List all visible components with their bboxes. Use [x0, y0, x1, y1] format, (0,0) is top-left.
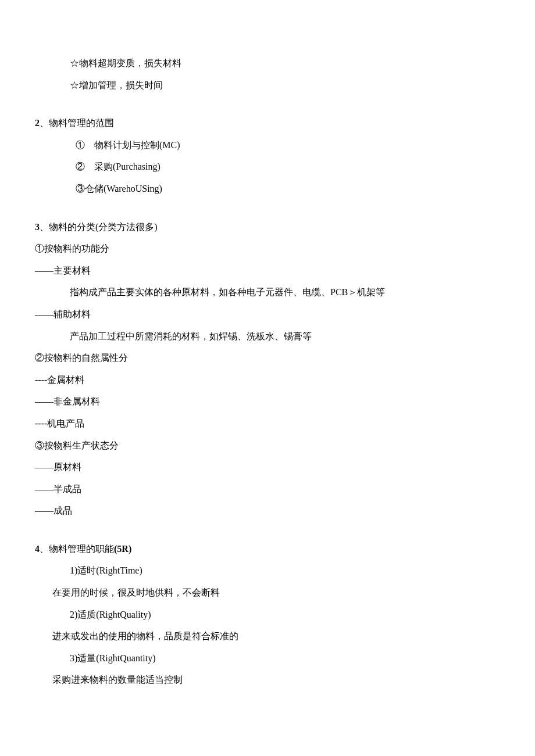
- section-2-number: 2: [35, 118, 40, 128]
- s3-g1-main-material-desc: 指构成产品主要实体的各种原材料，如各种电子元器件、电缆、PCB＞机架等: [35, 281, 500, 303]
- section-2-item-3: ③仓储(WarehoUSing): [35, 178, 500, 200]
- s3-g2-nonmetal: ——非金属材料: [35, 390, 500, 413]
- s4-r3: 3)适量(RightQuantity): [35, 647, 500, 669]
- section-4-title-b: (5R): [114, 544, 131, 554]
- s3-g3-raw: ——原材料: [35, 456, 500, 478]
- s4-r1-desc: 在要用的时候，很及时地供料，不会断料: [35, 582, 500, 604]
- section-2-title: 、物料管理的范围: [40, 118, 114, 128]
- s3-g2-metal: ----金属材料: [35, 369, 500, 391]
- s3-g1-aux-material: ——辅助材料: [35, 303, 500, 325]
- s3-g3-semi: ——半成品: [35, 478, 500, 500]
- section-4-title-a: 、物料管理的职能: [40, 544, 114, 554]
- intro-line-2: ☆增加管理，损失时间: [35, 74, 500, 96]
- intro-line-1: ☆物料超期变质，损失材料: [35, 52, 500, 74]
- section-2-item-1: ① 物料计划与控制(MC): [35, 134, 500, 156]
- s4-r1: 1)适时(RightTime): [35, 560, 500, 582]
- s4-r2-desc: 进来或发出的使用的物料，品质是符合标准的: [35, 625, 500, 647]
- section-3-heading: 3、物料的分类(分类方法很多): [35, 216, 500, 238]
- s3-g2-mechelec: ----机电产品: [35, 413, 500, 435]
- s3-group2-heading: ②按物料的自然属性分: [35, 347, 500, 369]
- document-page: ☆物料超期变质，损失材料 ☆增加管理，损失时间 2、物料管理的范围 ① 物料计划…: [0, 0, 535, 756]
- s4-r2: 2)适质(RightQuality): [35, 604, 500, 626]
- s3-g1-aux-material-desc: 产品加工过程中所需消耗的材料，如焊锡、洗板水、锡膏等: [35, 325, 500, 347]
- section-4-heading: 4、物料管理的职能(5R): [35, 538, 500, 560]
- section-3-number: 3: [35, 222, 40, 232]
- s3-group3-heading: ③按物料生产状态分: [35, 435, 500, 457]
- section-2-item-2: ② 采购(Purchasing): [35, 156, 500, 178]
- s4-r3-desc: 采购进来物料的数量能适当控制: [35, 669, 500, 691]
- section-2-heading: 2、物料管理的范围: [35, 112, 500, 134]
- section-3-title: 、物料的分类(分类方法很多): [40, 222, 158, 232]
- s3-group1-heading: ①按物料的功能分: [35, 238, 500, 260]
- section-4-number: 4: [35, 544, 40, 554]
- s3-g3-finished: ——成品: [35, 500, 500, 522]
- s3-g1-main-material: ——主要材料: [35, 260, 500, 282]
